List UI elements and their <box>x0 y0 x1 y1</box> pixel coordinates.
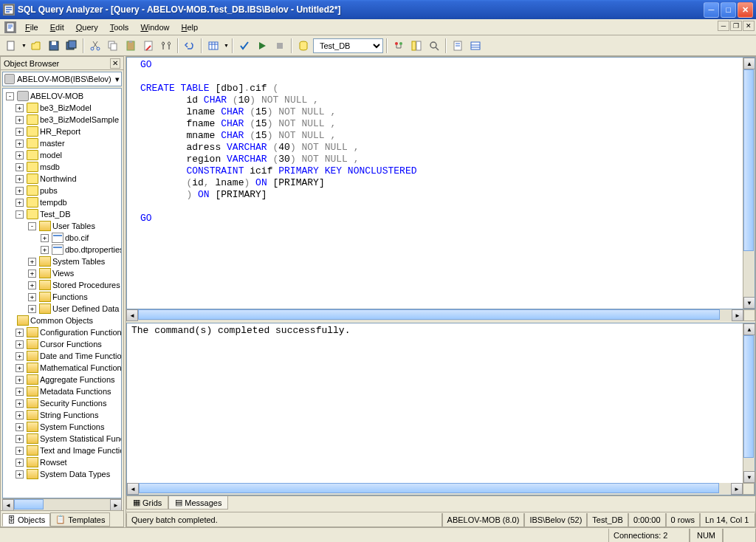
expand-icon[interactable]: + <box>16 459 24 467</box>
expand-icon[interactable]: + <box>16 151 24 159</box>
expand-icon[interactable]: + <box>16 175 24 183</box>
menu-edit[interactable]: Edit <box>44 21 70 34</box>
menu-file[interactable]: File <box>19 21 44 34</box>
editor-hscrollbar[interactable]: ◄► <box>126 309 743 321</box>
object-tree[interactable]: -ABELOV-MOB+be3_BizModel+be3_BizModelSam… <box>2 88 122 498</box>
expand-icon[interactable]: + <box>16 423 24 431</box>
tree-db[interactable]: +Northwind <box>3 173 121 185</box>
expand-icon[interactable]: + <box>16 376 24 384</box>
menu-query[interactable]: Query <box>70 21 104 34</box>
tree-table[interactable]: +dbo.dtproperties <box>3 244 121 255</box>
tree-folder[interactable]: +String Functions <box>3 409 121 421</box>
tree-folder[interactable]: +Stored Procedures <box>3 279 121 291</box>
collapse-icon[interactable]: - <box>28 222 36 230</box>
new-dropdown-icon[interactable]: ▼ <box>21 43 27 48</box>
undo-button[interactable] <box>182 38 198 54</box>
save-all-button[interactable] <box>63 38 80 54</box>
collapse-icon[interactable]: - <box>16 210 24 219</box>
expand-icon[interactable]: + <box>41 246 49 254</box>
editor-vscrollbar[interactable]: ▲ ▼ <box>743 58 755 309</box>
tree-folder-usertables[interactable]: -User Tables <box>3 220 121 232</box>
tab-grids[interactable]: ▦Grids <box>126 496 168 510</box>
cut-button[interactable] <box>87 38 103 54</box>
tree-folder[interactable]: +Rowset <box>3 456 121 468</box>
tree-folder[interactable]: +Views <box>3 267 121 279</box>
expand-icon[interactable]: + <box>28 258 36 266</box>
expand-icon[interactable]: + <box>16 140 24 148</box>
tree-db[interactable]: +HR_Report <box>3 126 121 137</box>
tree-folder[interactable]: +User Defined Data Types <box>3 303 121 315</box>
menu-tools[interactable]: Tools <box>104 21 135 34</box>
tab-objects[interactable]: 🗄Objects <box>2 513 50 526</box>
tree-folder[interactable]: +Mathematical Functions <box>3 362 121 374</box>
tree-common[interactable]: Common Objects <box>3 315 121 326</box>
tree-folder[interactable]: +Functions <box>3 291 121 303</box>
new-query-button[interactable] <box>3 38 19 54</box>
expand-icon[interactable]: + <box>28 293 36 301</box>
tree-db[interactable]: +pubs <box>3 185 121 196</box>
close-button[interactable]: ✕ <box>738 2 753 18</box>
clear-button[interactable] <box>140 38 157 54</box>
server-selector[interactable]: ABELOV-MOB(IBS\Belov) ▾ <box>2 72 122 86</box>
execute-button[interactable] <box>254 38 270 54</box>
expand-icon[interactable]: + <box>16 388 24 396</box>
tree-folder[interactable]: +Configuration Functions <box>3 326 121 338</box>
expand-icon[interactable]: + <box>16 116 24 124</box>
results-hscrollbar[interactable]: ◄► <box>127 483 743 495</box>
mdi-restore[interactable]: ❐ <box>730 21 742 31</box>
tree-folder[interactable]: +Security Functions <box>3 397 121 409</box>
expand-icon[interactable]: + <box>16 399 24 408</box>
collapse-icon[interactable]: - <box>6 92 14 100</box>
expand-icon[interactable]: + <box>16 187 24 195</box>
tree-db-open[interactable]: -Test_DB <box>3 208 121 220</box>
database-selector[interactable]: Test_DB <box>313 38 383 53</box>
expand-icon[interactable]: + <box>16 163 24 171</box>
expand-icon[interactable]: + <box>16 447 24 455</box>
show-results-button[interactable] <box>467 38 484 54</box>
object-browser-close[interactable]: ✕ <box>110 58 120 69</box>
minimize-button[interactable]: ─ <box>704 2 719 18</box>
expand-icon[interactable]: + <box>16 364 24 372</box>
copy-button[interactable] <box>105 38 121 54</box>
sql-editor[interactable]: GO CREATE TABLE [dbo].cif ( id CHAR (10)… <box>126 57 755 309</box>
menu-help[interactable]: Help <box>176 21 205 34</box>
expand-icon[interactable]: + <box>16 340 24 349</box>
expand-icon[interactable]: + <box>16 470 24 478</box>
expand-icon[interactable]: + <box>16 411 24 419</box>
tree-server[interactable]: -ABELOV-MOB <box>3 90 121 102</box>
tree-db[interactable]: +model <box>3 149 121 161</box>
open-button[interactable] <box>28 38 44 54</box>
tree-db[interactable]: +master <box>3 137 121 149</box>
mdi-minimize[interactable]: ─ <box>718 21 729 31</box>
tree-folder[interactable]: +Aggregate Functions <box>3 374 121 385</box>
expand-icon[interactable]: + <box>28 281 36 289</box>
tree-db[interactable]: +msdb <box>3 161 121 173</box>
expand-icon[interactable]: + <box>28 270 36 278</box>
tree-db[interactable]: +be3_BizModelSample <box>3 114 121 126</box>
tree-folder[interactable]: +Date and Time Functions <box>3 350 121 362</box>
expand-icon[interactable]: + <box>28 305 36 313</box>
object-search-button[interactable] <box>426 38 442 54</box>
tree-db[interactable]: +be3_BizModel <box>3 102 121 114</box>
expand-icon[interactable]: + <box>16 352 24 360</box>
estimated-plan-button[interactable] <box>391 38 407 54</box>
expand-icon[interactable]: + <box>16 435 24 443</box>
tree-folder[interactable]: +Text and Image Functions <box>3 445 121 456</box>
expand-icon[interactable]: + <box>16 104 24 112</box>
tree-folder[interactable]: +Metadata Functions <box>3 385 121 397</box>
expand-icon[interactable]: + <box>16 199 24 207</box>
results-dropdown-icon[interactable]: ▼ <box>224 43 229 48</box>
find-button[interactable] <box>158 38 174 54</box>
tree-folder[interactable]: +Cursor Functions <box>3 338 121 350</box>
mdi-close[interactable]: ✕ <box>743 21 755 31</box>
save-button[interactable] <box>46 38 62 54</box>
results-mode-button[interactable] <box>205 38 221 54</box>
expand-icon[interactable]: + <box>16 329 24 337</box>
paste-button[interactable] <box>123 38 139 54</box>
parse-button[interactable] <box>236 38 252 54</box>
tree-folder[interactable]: +System Functions <box>3 421 121 433</box>
tab-messages[interactable]: ▤Messages <box>168 496 228 510</box>
current-connection-button[interactable] <box>450 38 466 54</box>
tree-folder[interactable]: +System Statistical Functions <box>3 433 121 445</box>
expand-icon[interactable]: + <box>41 234 49 242</box>
